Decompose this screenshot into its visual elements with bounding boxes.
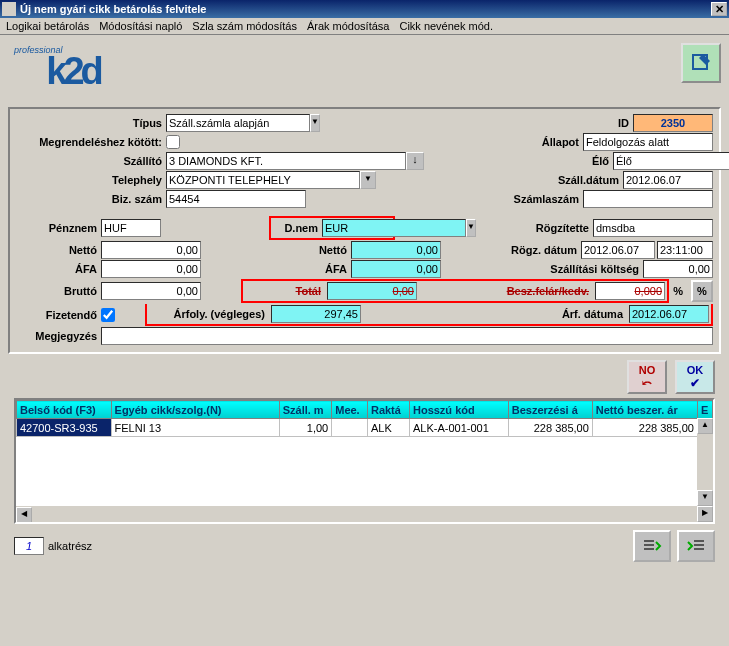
col-egyeb[interactable]: Egyéb cikk/szolg.(N): [111, 401, 279, 419]
rogzdatum-field: [581, 241, 655, 259]
label-szallkoltseg: Szállítási költség: [523, 263, 643, 275]
table-row[interactable]: 42700-SR3-935 FELNI 13 1,00 ALK ALK-A-00…: [17, 419, 713, 437]
label-elo: Élő: [563, 155, 613, 167]
afa-center[interactable]: [351, 260, 441, 278]
ok-button[interactable]: OK ✔: [675, 360, 715, 394]
menu-bar: Logikai betárolás Módosítási napló Szla …: [0, 18, 729, 35]
col-nettobesz[interactable]: Nettó beszer. ár: [592, 401, 697, 419]
telephely-select[interactable]: ▼: [166, 171, 376, 189]
id-field: [633, 114, 713, 132]
scrollbar-vertical[interactable]: ▲ ▼: [697, 418, 713, 506]
megjegyzes-field[interactable]: [101, 327, 713, 345]
netto-center[interactable]: [351, 241, 441, 259]
szallito-lookup-button[interactable]: ↓: [406, 152, 424, 170]
label-pct: %: [669, 285, 687, 297]
afa-left[interactable]: [101, 260, 201, 278]
label-afa: ÁFA: [16, 263, 101, 275]
label-tipus: Típus: [16, 117, 166, 129]
cell-belsokod[interactable]: 42700-SR3-935: [17, 419, 112, 437]
label-netto-c: Nettó: [261, 244, 351, 256]
label-szamlaszam: Számlaszám: [493, 193, 583, 205]
label-fizetendo: Fizetendő: [16, 309, 101, 321]
szalldatum-field[interactable]: [623, 171, 713, 189]
items-table[interactable]: Belső kód (F3) Egyéb cikk/szolg.(N) Szál…: [14, 398, 715, 524]
chevron-down-icon[interactable]: ▼: [360, 171, 376, 189]
cell-egyeb[interactable]: FELNI 13: [111, 419, 279, 437]
fizetendo-checkbox[interactable]: [101, 308, 115, 322]
label-afa-c: ÁFA: [261, 263, 351, 275]
svg-rect-2: [644, 544, 654, 546]
page-number[interactable]: [14, 537, 44, 555]
cell-beszar[interactable]: 228 385,00: [508, 419, 592, 437]
menu-logikai[interactable]: Logikai betárolás: [6, 20, 89, 32]
rogztime-field: [657, 241, 713, 259]
arfoly-field[interactable]: [271, 305, 361, 323]
close-button[interactable]: ✕: [711, 2, 727, 16]
bizszam-field[interactable]: [166, 190, 306, 208]
beszfelar-field[interactable]: [595, 282, 665, 300]
cell-hosszukod[interactable]: ALK-A-001-001: [409, 419, 508, 437]
label-rogzdatum: Rögz. dátum: [481, 244, 581, 256]
next-list-button[interactable]: [677, 530, 715, 562]
chevron-down-icon[interactable]: ▼: [466, 219, 476, 237]
scroll-left-icon[interactable]: ◀: [16, 507, 32, 523]
no-button[interactable]: NO ⤺: [627, 360, 667, 394]
form-panel: Típus ▼ ID Megrendeléshez kötött: Állapo…: [8, 107, 721, 354]
svg-rect-3: [644, 548, 654, 550]
col-e[interactable]: E: [697, 401, 712, 419]
netto-left[interactable]: [101, 241, 201, 259]
total-center[interactable]: [327, 282, 417, 300]
col-mee[interactable]: Mee.: [332, 401, 368, 419]
dnem-highlight: D.nem ▼: [269, 216, 395, 240]
label-szalldatum: Száll.dátum: [533, 174, 623, 186]
window-title: Új nem gyári cikk betárolás felvitele: [20, 3, 711, 15]
label-arfdatuma: Árf. dátuma: [537, 308, 627, 320]
label-penznem: Pénznem: [16, 222, 101, 234]
szamlaszam-field[interactable]: [583, 190, 713, 208]
dnem-select[interactable]: ▼: [322, 219, 392, 237]
col-szallm[interactable]: Száll. m: [279, 401, 332, 419]
chevron-down-icon[interactable]: ▼: [310, 114, 320, 132]
col-raktar[interactable]: Raktá: [367, 401, 409, 419]
label-total: Totál: [245, 285, 325, 297]
tipus-select[interactable]: ▼: [166, 114, 316, 132]
footer-label: alkatrész: [48, 540, 92, 552]
edit-button[interactable]: [681, 43, 721, 83]
cell-mee[interactable]: [332, 419, 368, 437]
cell-szallm[interactable]: 1,00: [279, 419, 332, 437]
col-hosszukod[interactable]: Hosszú kód: [409, 401, 508, 419]
menu-cikk[interactable]: Cikk nevének mód.: [399, 20, 493, 32]
scroll-up-icon[interactable]: ▲: [697, 418, 713, 434]
menu-arak[interactable]: Árak módosítása: [307, 20, 390, 32]
label-dnem: D.nem: [272, 222, 322, 234]
szallkoltseg-field[interactable]: [643, 260, 713, 278]
label-allapot: Állapot: [523, 136, 583, 148]
arfdatuma-field[interactable]: [629, 305, 709, 323]
prev-list-button[interactable]: [633, 530, 671, 562]
pct-button[interactable]: %: [691, 280, 713, 302]
szallito-field[interactable]: [166, 152, 406, 170]
scrollbar-horizontal[interactable]: ◀ ▶: [16, 506, 713, 522]
svg-rect-4: [694, 540, 704, 542]
col-beszar[interactable]: Beszerzési á: [508, 401, 592, 419]
allapot-field: [583, 133, 713, 151]
penznem-field[interactable]: [101, 219, 161, 237]
menu-szla[interactable]: Szla szám módosítás: [192, 20, 297, 32]
cell-raktar[interactable]: ALK: [367, 419, 409, 437]
logo: professional k2d: [8, 43, 138, 99]
megrend-checkbox[interactable]: [166, 135, 180, 149]
brutto-left[interactable]: [101, 282, 201, 300]
elo-select[interactable]: ▼: [613, 152, 713, 170]
menu-modositasi[interactable]: Módosítási napló: [99, 20, 182, 32]
scroll-down-icon[interactable]: ▼: [697, 490, 713, 506]
label-arfoly: Árfoly. (végleges): [149, 308, 269, 320]
label-id: ID: [583, 117, 633, 129]
cell-nettobesz[interactable]: 228 385,00: [592, 419, 697, 437]
scroll-right-icon[interactable]: ▶: [697, 506, 713, 522]
arfoly-highlight: Totál Besz.felár/kedv.: [241, 279, 669, 303]
rogzitette-field: [593, 219, 713, 237]
table-header-row: Belső kód (F3) Egyéb cikk/szolg.(N) Szál…: [17, 401, 713, 419]
svg-rect-6: [694, 548, 704, 550]
label-brutto: Bruttó: [16, 285, 101, 297]
col-belsokod[interactable]: Belső kód (F3): [17, 401, 112, 419]
